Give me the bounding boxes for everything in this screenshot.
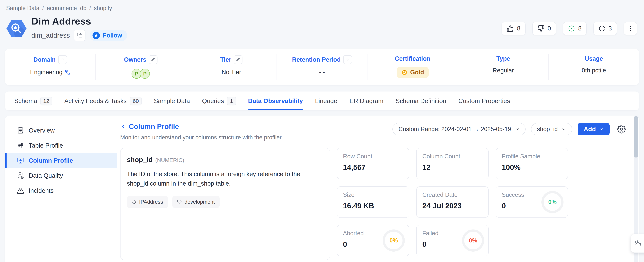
kebab-menu-icon [627,25,634,32]
breadcrumb-item[interactable]: ecommerce_db [47,5,86,12]
downvote-button[interactable]: 0 [532,22,556,35]
breadcrumb-separator: / [89,5,91,12]
settings-button[interactable] [615,123,628,135]
stat-value: 12 [422,163,482,172]
topbar: Sample Data / ecommerce_db / shopify [0,0,644,12]
column-select[interactable]: shop_id [531,123,572,135]
thumbs-up-icon [507,25,514,32]
column-data-type: (NUMERIC) [155,157,184,163]
observability-panel: Overview Table Profile Column Profile [5,116,639,262]
stat-label: Created Date [422,191,482,198]
tab-label: Activity Feeds & Tasks [64,97,126,105]
tab-label: Schema [14,97,37,105]
tab-sample-data[interactable]: Sample Data [154,92,190,110]
pencil-icon [345,57,350,62]
edit-owners-button[interactable] [149,55,158,64]
stat-label: Profile Sample [502,153,562,160]
column-select-value: shop_id [537,126,558,133]
upvote-button[interactable]: 8 [502,22,526,35]
tag-ipaddress[interactable]: IPAddress [127,196,168,208]
sidebar-item-overview[interactable]: Overview [5,123,117,138]
usage-label: Usage [585,55,603,62]
star-icon [92,32,100,39]
tab-queries[interactable]: Queries 1 [202,92,236,110]
domain-value[interactable]: Engineering [30,69,62,76]
stat-value: 24 Jul 2023 [422,201,482,210]
column-profile-subtitle: Monitor and understand your columns stru… [120,134,282,141]
tab-label: Queries [202,97,224,105]
edit-tier-button[interactable] [234,55,242,64]
chevron-down-icon [562,127,566,131]
tab-data-observability[interactable]: Data Observability [248,92,303,110]
version-count: 3 [608,25,612,32]
chevron-down-icon [599,127,604,131]
stat-card-size: Size 16.49 KB [337,186,409,218]
column-description-card: shop_id (NUMERIC) The ID of the store. T… [120,148,330,260]
domain-hierarchy-icon [65,70,70,75]
tab-lineage[interactable]: Lineage [315,92,337,110]
entity-subtitle-row: dim_address Follow [31,30,127,41]
stat-value: 100% [502,163,562,172]
watch-button[interactable]: 8 [563,22,587,35]
edit-domain-button[interactable] [58,55,67,64]
tag-development[interactable]: development [172,196,220,208]
tag-icon [132,199,136,204]
metadata-tier: Tier No Tier [186,54,276,80]
active-tab-underline [248,109,303,110]
stat-card-failed: Failed 0 0% [416,225,488,256]
tab-er-diagram[interactable]: ER Diagram [349,92,383,110]
stat-card-created-date: Created Date 24 Jul 2023 [416,186,488,218]
collapse-arrow-icon [634,239,643,247]
column-profile-title[interactable]: Column Profile [129,123,179,131]
owners-label: Owners [124,56,146,63]
tab-custom-properties[interactable]: Custom Properties [458,92,510,110]
copy-button[interactable] [74,30,86,41]
type-label: Type [496,55,510,62]
page-title: Dim Address [31,16,127,27]
breadcrumb-separator: / [42,5,44,12]
more-options-button[interactable] [624,22,637,35]
entity-name: dim_address [31,32,70,39]
sidebar-item-incidents[interactable]: Incidents [5,183,117,198]
follow-button[interactable]: Follow [90,30,127,41]
table-profile-icon [17,142,24,149]
column-profile-main: Column Profile Monitor and understand yo… [117,116,639,262]
tab-schema-definition[interactable]: Schema Definition [396,92,446,110]
stat-value: 16.49 KB [343,201,403,210]
back-chevron-icon[interactable] [120,124,126,130]
tab-label: Data Observability [248,97,303,105]
add-button[interactable]: Add [578,123,610,135]
tab-label: Schema Definition [396,97,446,105]
tab-activity-feeds[interactable]: Activity Feeds & Tasks 60 [64,92,142,110]
breadcrumb-item[interactable]: shopify [94,5,112,12]
scrollbar-thumb[interactable] [634,116,638,157]
avatar[interactable]: P [140,69,150,79]
certification-label: Certification [395,55,430,62]
title-block: Dim Address dim_address Follow [31,16,127,41]
pencil-icon [60,57,65,62]
sidebar-item-table-profile[interactable]: Table Profile [5,138,117,153]
sidebar-item-column-profile[interactable]: Column Profile [5,153,117,168]
entity-header: Dim Address dim_address Follow [6,16,637,41]
retention-value: - - [319,69,325,76]
date-range-select[interactable]: Custom Range: 2024-02-01 → 2025-05-19 [392,123,526,135]
aborted-percent-ring: 0% [383,229,405,251]
versions-button[interactable]: 3 [594,22,617,35]
edit-retention-button[interactable] [343,55,352,64]
breadcrumb-item[interactable]: Sample Data [6,5,39,12]
circle-dot-icon [568,25,575,32]
tab-schema[interactable]: Schema 12 [14,92,52,110]
thumbs-down-icon [538,25,544,32]
date-range-value: Custom Range: 2024-02-01 → 2025-05-19 [398,126,511,133]
entity-metadata-bar: Domain Engineering Owners P P [5,49,639,85]
aborted-percent: 0% [390,237,398,244]
floating-widget-button[interactable] [631,234,644,252]
sidebar-item-data-quality[interactable]: Data Quality [5,168,117,183]
column-profile-body: shop_id (NUMERIC) The ID of the store. T… [120,148,628,260]
medal-icon [401,69,408,76]
metadata-owners: Owners P P [95,54,186,80]
stat-label: Row Count [343,153,403,160]
watch-count: 8 [578,25,582,32]
metadata-certification: Certification Gold [367,54,458,80]
tier-value: No Tier [222,69,241,76]
